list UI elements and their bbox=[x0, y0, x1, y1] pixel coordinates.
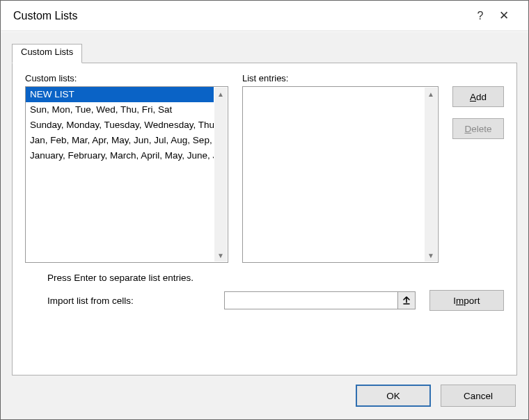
dialog-body: Custom Lists Custom lists: NEW LISTSun, … bbox=[1, 32, 528, 419]
list-entries-textarea[interactable]: ▲ ▼ bbox=[242, 86, 439, 263]
dialog-custom-lists: Custom Lists ? ✕ Custom Lists Custom lis… bbox=[0, 0, 529, 420]
help-icon[interactable]: ? bbox=[468, 10, 492, 22]
list-item[interactable]: NEW LIST bbox=[26, 87, 214, 102]
list-item[interactable]: January, February, March, April, May, Ju… bbox=[26, 148, 214, 163]
scrollbar[interactable]: ▲ ▼ bbox=[425, 88, 437, 261]
cancel-button[interactable]: Cancel bbox=[441, 385, 516, 407]
actions-column: Add Delete bbox=[452, 73, 504, 263]
list-entries-label: List entries: bbox=[242, 73, 439, 83]
hint-text: Press Enter to separate list entries. bbox=[47, 273, 504, 283]
custom-lists-label: Custom lists: bbox=[25, 73, 228, 83]
ok-button[interactable]: OK bbox=[356, 385, 431, 407]
tab-custom-lists[interactable]: Custom Lists bbox=[12, 44, 82, 63]
range-picker-icon[interactable] bbox=[397, 291, 416, 309]
tabstrip: Custom Lists bbox=[12, 43, 517, 63]
scroll-up-icon[interactable]: ▲ bbox=[425, 88, 437, 100]
import-range-input[interactable] bbox=[224, 291, 397, 309]
custom-lists-listbox[interactable]: NEW LISTSun, Mon, Tue, Wed, Thu, Fri, Sa… bbox=[25, 86, 228, 263]
custom-lists-column: Custom lists: NEW LISTSun, Mon, Tue, Wed… bbox=[25, 73, 228, 263]
import-from-cells-label: Import list from cells: bbox=[47, 296, 224, 306]
list-entries-content bbox=[243, 87, 424, 262]
window-title: Custom Lists bbox=[13, 10, 468, 22]
add-button[interactable]: Add bbox=[452, 86, 504, 107]
scroll-down-icon[interactable]: ▼ bbox=[425, 249, 437, 261]
scroll-up-icon[interactable]: ▲ bbox=[214, 88, 227, 100]
delete-button[interactable]: Delete bbox=[452, 118, 504, 139]
import-button[interactable]: Import bbox=[429, 290, 504, 311]
list-item[interactable]: Jan, Feb, Mar, Apr, May, Jun, Jul, Aug, … bbox=[26, 133, 214, 148]
tabpanel-custom-lists: Custom lists: NEW LISTSun, Mon, Tue, Wed… bbox=[12, 63, 517, 375]
list-entries-column: List entries: ▲ ▼ bbox=[242, 73, 439, 263]
dialog-footer: OK Cancel bbox=[356, 385, 516, 407]
custom-lists-items: NEW LISTSun, Mon, Tue, Wed, Thu, Fri, Sa… bbox=[26, 87, 214, 262]
list-item[interactable]: Sunday, Monday, Tuesday, Wednesday, Thur… bbox=[26, 118, 214, 133]
scroll-down-icon[interactable]: ▼ bbox=[214, 249, 227, 261]
import-row: Import list from cells: Import bbox=[25, 290, 504, 311]
close-icon[interactable]: ✕ bbox=[492, 8, 516, 23]
titlebar: Custom Lists ? ✕ bbox=[1, 1, 528, 31]
import-range-field bbox=[224, 291, 416, 309]
scrollbar[interactable]: ▲ ▼ bbox=[214, 88, 227, 261]
list-item[interactable]: Sun, Mon, Tue, Wed, Thu, Fri, Sat bbox=[26, 102, 214, 118]
